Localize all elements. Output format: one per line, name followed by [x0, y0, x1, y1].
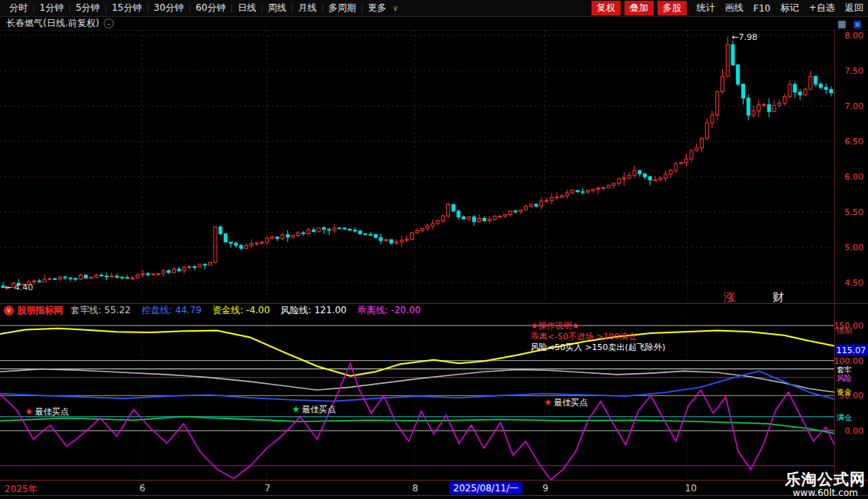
bottom-strip — [0, 496, 868, 499]
indicator-header: ∨ 股朋指标网 套牢线: 55.22控盘线: 44.79资金线: -4.00风险… — [0, 303, 868, 317]
watermark-site-name: 乐淘公式网 — [785, 471, 866, 488]
toolbar-tab-2[interactable]: 1分钟 — [35, 2, 68, 15]
indicator-brand[interactable]: 股朋指标网 — [17, 304, 63, 317]
axis-highlight-value: 115.07 — [837, 345, 866, 355]
toolbar-button-4[interactable]: 标记 — [780, 2, 799, 15]
price-axis-label: 6.00 — [845, 172, 864, 182]
axis-separator-line — [834, 31, 835, 480]
toolbar-tab-1[interactable]: 分时 — [5, 2, 32, 15]
toolbar-button-3[interactable]: F10 — [754, 3, 770, 14]
toolbar-tab-8[interactable]: 周线 — [263, 2, 291, 15]
app-window: 分时|1分钟|5分钟|15分钟|30分钟|60分钟|日线|周线|月线|多周期|更… — [0, 0, 868, 499]
annotation-1: ★操作说明★ — [531, 321, 580, 331]
buy-marker-star-2: ★ — [292, 404, 300, 415]
annotation-2: 乖离<-50不进场 >100满仓 — [531, 332, 637, 342]
indicator-axis-label: 0.00 — [845, 426, 864, 436]
watermark-site-url: www.60lt.com — [785, 488, 866, 499]
site-watermark: 乐淘公式网 www.60lt.com — [785, 471, 866, 499]
toolbar-tab-9[interactable]: 月线 — [293, 2, 321, 15]
price-axis-label: 5.50 — [845, 207, 864, 217]
price-axis-label: 4.50 — [845, 278, 864, 288]
indicator-value-5: 乖离线: -20.00 — [357, 305, 421, 316]
titlebar-icons: ▦▣ — [837, 18, 862, 29]
panel-icon[interactable]: ▣ — [853, 18, 862, 29]
toolbar-button-2[interactable]: 画线 — [725, 2, 744, 15]
toolbar-right: 复权叠加多股统计画线F10标记+自选返回 — [588, 1, 863, 15]
toolbar-red-button-1[interactable]: 复权 — [591, 1, 621, 15]
ref-line-label: 套牢 — [837, 365, 852, 374]
price-axis-label: 5.00 — [845, 243, 864, 253]
ref-line-label: 风险 — [837, 374, 852, 382]
toolbar-tab-11[interactable]: 更多 — [363, 2, 391, 15]
stock-title: 长春燃气(日线.前复权) — [6, 17, 99, 30]
toolbar-button-6[interactable]: 返回 — [845, 2, 863, 15]
indicator-value-2: 控盘线: 44.79 — [141, 305, 201, 316]
top-toolbar: 分时|1分钟|5分钟|15分钟|30分钟|60分钟|日线|周线|月线|多周期|更… — [0, 0, 868, 17]
buy-marker-star-1: ★ — [25, 406, 34, 417]
indicator-value-4: 风险线: 121.00 — [280, 305, 346, 316]
toolbar-red-button-3[interactable]: 多股 — [658, 1, 687, 15]
peak-price-label: ←7.98 — [731, 32, 757, 42]
indicator-panel-canvas[interactable]: 150.00115.07100.0050.000.00强制套牢风险资金满仓★操作… — [0, 317, 868, 480]
indicator-values: 套牢线: 55.22控盘线: 44.79资金线: -4.00风险线: 121.0… — [71, 304, 432, 317]
indicator-value-3: 资金线: -4.00 — [212, 305, 270, 316]
candles — [2, 37, 833, 289]
toolbar-tab-5[interactable]: 30分钟 — [149, 2, 188, 15]
brand-logo-icon: ∨ — [4, 306, 14, 316]
annotation-3: 风险<50买入 >150卖出(起飞除外) — [531, 342, 666, 352]
price-axis-label: 7.50 — [845, 66, 864, 76]
series-line-taolao — [0, 369, 834, 392]
more-chevron-down-icon[interactable]: ∨ — [391, 4, 399, 12]
indicator-value-1: 套牢线: 55.22 — [71, 305, 131, 316]
indicator-series — [0, 329, 834, 480]
ref-line-label: 强制 — [837, 326, 852, 335]
title-chevron-down-icon[interactable]: ⌄ — [104, 18, 114, 28]
toolbar-tab-7[interactable]: 日线 — [233, 2, 260, 15]
buy-marker-star-3: ★ — [544, 397, 552, 408]
toolbar-left: 分时|1分钟|5分钟|15分钟|30分钟|60分钟|日线|周线|月线|多周期|更… — [5, 2, 588, 15]
time-axis: 2025年 2025/08/11/一 678910 — [0, 480, 868, 496]
main-chart-canvas[interactable]: 8.007.507.006.506.005.505.004.50←7.98← 4… — [0, 31, 868, 303]
month-label-7: 7 — [265, 483, 271, 494]
ref-line-label: 满仓 — [837, 413, 852, 421]
toolbar-tab-4[interactable]: 15分钟 — [107, 2, 146, 15]
toolbar-button-5[interactable]: +自选 — [809, 2, 835, 15]
price-grid — [0, 31, 834, 301]
buy-marker-label-1: 最佳买点 — [35, 407, 69, 417]
month-label-6: 6 — [140, 483, 146, 494]
toolbar-tab-6[interactable]: 60分钟 — [191, 2, 230, 15]
year-label: 2025年 — [5, 483, 38, 496]
toolbar-red-button-2[interactable]: 叠加 — [624, 1, 654, 15]
buy-marker-label-2: 最佳买点 — [302, 405, 336, 415]
price-axis-label: 6.50 — [845, 137, 864, 147]
toolbar-tab-10[interactable]: 多周期 — [324, 2, 361, 15]
low-price-label: ← 4.40 — [5, 283, 33, 292]
selected-date-badge[interactable]: 2025/08/11/一 — [449, 482, 522, 494]
month-label-10: 10 — [685, 483, 697, 494]
ref-line-label: 资金 — [837, 388, 852, 396]
series-line-kongpan — [0, 371, 834, 401]
layers-icon[interactable]: ▦ — [837, 18, 846, 29]
price-axis-label: 7.00 — [845, 101, 864, 111]
toolbar-tab-3[interactable]: 5分钟 — [71, 2, 104, 15]
price-axis-label: 8.00 — [845, 31, 864, 41]
buy-marker-label-3: 最佳买点 — [554, 398, 588, 408]
title-bar: 长春燃气(日线.前复权) ⌄ ▦▣ — [0, 17, 868, 31]
month-label-9: 9 — [542, 483, 548, 494]
toolbar-button-1[interactable]: 统计 — [697, 2, 715, 15]
month-label-8: 8 — [412, 483, 419, 494]
